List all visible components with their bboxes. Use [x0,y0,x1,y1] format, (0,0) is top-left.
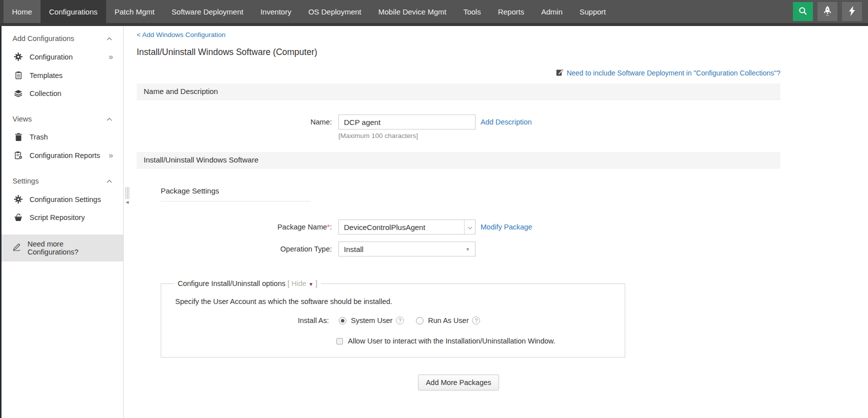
nav-item-reports[interactable]: Reports [490,0,533,23]
page-title: Install/Uninstall Windows Software (Comp… [137,47,780,58]
quick-actions-button[interactable] [842,2,862,21]
sidebar-item-configuration[interactable]: Configuration » [2,48,123,66]
package-name-dropdown-button[interactable] [464,220,475,234]
chevron-up-icon [107,180,112,183]
operation-type-row: Operation Type: Install ▾ [137,242,780,256]
nav-item-admin[interactable]: Admin [533,0,571,23]
sidebar-item-templates[interactable]: Templates [2,66,123,84]
package-name-label: Package Name*: [137,223,332,231]
nav-item-os-deployment[interactable]: OS Deployment [300,0,370,23]
sidebar-item-label: Configuration Settings [30,196,101,204]
sidebar-section-title: Add Configurations [13,34,74,42]
allow-interact-row: Allow User to interact with the Installa… [336,337,613,345]
sidebar-gap [2,102,123,110]
nav-item-inventory[interactable]: Inventory [252,0,300,23]
sidebar-gap [2,164,123,172]
sidebar-item-label: Templates [30,72,63,80]
sidebar-item-label: Configuration Reports [30,152,100,160]
help-icon-system-user[interactable]: ? [396,316,404,324]
package-name-input[interactable] [339,220,464,234]
submenu-arrow-icon: » [109,53,113,61]
sidebar-item-configuration-settings[interactable]: Configuration Settings [2,190,123,208]
clipboard-gear-icon [14,151,23,160]
configure-options-legend: Configure Install/Uninstall options [ Hi… [174,280,321,288]
sidebar-section-add-configurations[interactable]: Add Configurations [2,29,123,48]
add-more-packages-button[interactable]: Add More Packages [418,374,500,390]
install-as-label: Install As: [298,316,329,324]
max-characters-hint: [Maximum 100 characters] [338,132,780,140]
label-colon: : [330,223,332,231]
bracket-close: ] [315,280,317,288]
collections-help-row: Need to include Software Deployment in "… [137,68,780,78]
nav-item-software-deployment[interactable]: Software Deployment [163,0,252,23]
sidebar-item-trash[interactable]: Trash [2,128,123,146]
operation-type-select[interactable]: Install ▾ [338,242,476,256]
operation-type-label: Operation Type: [137,245,332,253]
bracket-open: [ [287,280,289,288]
nav-item-support[interactable]: Support [571,0,615,23]
sidebar-item-script-repository[interactable]: Script Repository [2,208,123,226]
radio-run-as-user-label[interactable]: Run As User [428,316,469,324]
hide-options-link[interactable]: Hide [291,280,306,288]
submenu-arrow-icon: » [109,152,113,160]
top-nav: Home Configurations Patch Mgmt Software … [0,0,868,23]
grip-dots-icon [126,187,129,199]
radio-system-user-label[interactable]: System User [351,316,392,324]
radio-system-user[interactable] [339,317,346,324]
section-header-name-and-description: Name and Description [137,84,780,100]
name-input[interactable] [338,114,476,130]
sidebar-item-label: Configuration [30,53,73,61]
gears-icon [14,195,23,204]
package-name-label-text: Package Name [277,223,327,231]
back-link-add-windows-configuration[interactable]: < Add Windows Configuration [137,31,225,38]
sidebar-section-settings[interactable]: Settings [2,172,123,190]
launcher-button[interactable] [817,2,837,21]
sidebar-item-collection[interactable]: Collection [2,84,123,102]
package-name-row: Package Name*: Modify Package [137,220,780,234]
add-more-packages-row: Add More Packages [137,374,780,390]
nav-actions [793,0,868,23]
add-description-link[interactable]: Add Description [481,118,532,126]
radio-run-as-user[interactable] [416,317,423,324]
collapse-left-icon: ◀ [126,200,129,204]
sidebar-item-label: Need more Configurations? [28,240,113,256]
clipboard-icon [14,71,23,80]
hide-caret-icon[interactable]: ▼ [308,282,313,287]
nav-item-configurations[interactable]: Configurations [41,0,106,23]
sidebar-item-need-more-configurations[interactable]: Need more Configurations? [2,234,123,262]
sidebar-resize-handle[interactable]: ◀ [124,187,130,204]
package-settings-title: Package Settings [161,186,311,202]
search-button[interactable] [793,2,813,21]
nav-item-mobile-device-mgmt[interactable]: Mobile Device Mgmt [370,0,455,23]
legend-text: Configure Install/Uninstall options [178,280,285,288]
sidebar-item-configuration-reports[interactable]: Configuration Reports » [2,146,123,164]
sidebar-item-label: Trash [30,133,48,141]
modify-package-link[interactable]: Modify Package [481,223,532,231]
sidebar-section-title: Settings [13,177,39,185]
nav-item-tools[interactable]: Tools [455,0,490,23]
writing-pen-icon [13,244,22,252]
operation-type-value: Install [344,245,363,254]
help-icon-run-as-user[interactable]: ? [472,316,480,324]
package-name-combobox [338,220,476,234]
rocket-icon [823,6,831,18]
nav-left-pad [0,0,4,23]
lightning-icon [848,6,855,18]
name-field-row: Name: Add Description [137,114,780,130]
chevron-down-icon [468,222,473,232]
sidebar-item-label: Script Repository [30,214,85,222]
select-caret-icon: ▾ [466,246,469,252]
sidebar-section-views[interactable]: Views [2,110,123,128]
name-label: Name: [137,118,332,126]
search-icon [798,6,807,17]
note-pencil-icon [556,68,563,78]
collections-help-link[interactable]: Need to include Software Deployment in "… [567,69,780,77]
configure-options-fieldset: Configure Install/Uninstall options [ Hi… [161,280,625,358]
nav-item-home[interactable]: Home [4,0,41,23]
chevron-up-icon [107,37,112,40]
allow-interact-label[interactable]: Allow User to interact with the Installa… [348,337,555,345]
sidebar-section-title: Views [13,115,32,123]
allow-interact-checkbox[interactable] [336,338,343,344]
nav-item-patch-mgmt[interactable]: Patch Mgmt [106,0,163,23]
section-header-install-uninstall: Install/Uninstall Windows Software [137,152,780,168]
